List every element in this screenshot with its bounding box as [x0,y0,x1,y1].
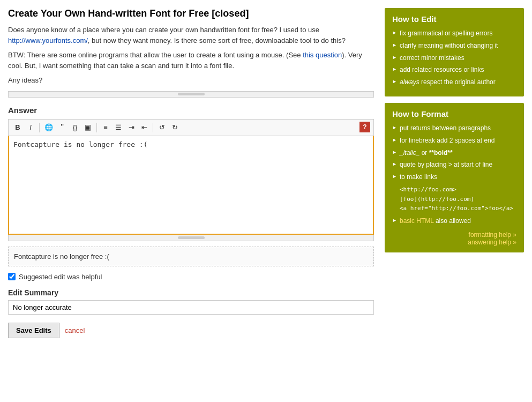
italic-example: _italic_ [400,149,419,157]
indent-button[interactable]: ⇥ [125,122,137,133]
helpful-checkbox-label[interactable]: Suggested edit was helpful [19,273,102,281]
answer-label: Answer [8,106,374,115]
edit-item-5: always respect the original author [392,78,516,87]
sidebar-links: formatting help » answering help » [392,231,516,246]
question-p1-text: Does anyone know of a place where you ca… [8,26,319,34]
how-to-edit-list: fix grammatical or spelling errors clari… [392,29,516,87]
undo-button[interactable]: ↺ [156,122,168,133]
format-item-2: for linebreak add 2 spaces at end [392,136,516,145]
bold-button[interactable]: B [12,122,24,133]
save-edits-button[interactable]: Save Edits [8,323,59,338]
toolbar-separator-2 [96,123,97,132]
how-to-format-list: put returns between paragraphs for lineb… [392,124,516,182]
help-button[interactable]: ? [359,122,370,132]
edit-summary-input[interactable] [8,300,374,315]
edit-item-1: fix grammatical or spelling errors [392,29,516,38]
formatting-help-link[interactable]: formatting help » [392,231,516,239]
preview-area: Fontcapture is no longer free :( [8,247,374,266]
toolbar-separator-1 [39,123,40,132]
question-p2-prefix: BTW: There are some online programs that… [8,51,303,59]
blockquote-button[interactable]: " [56,122,68,133]
image-button[interactable]: ▣ [82,122,94,133]
link-button[interactable]: 🌐 [42,122,55,133]
answering-help-link[interactable]: answering help » [392,239,516,246]
outdent-icon: ⇤ [141,123,147,131]
how-to-edit-title: How to Edit [392,14,516,24]
redo-button[interactable]: ↻ [169,122,181,133]
format-item-4: quote by placing > at start of line [392,160,516,169]
quote-icon: " [61,123,64,132]
image-icon: ▣ [85,123,91,131]
main-content: Create Your Own Hand-written Font for Fr… [8,8,374,338]
editor-content[interactable]: Fontcapture is no longer free :( [13,140,147,148]
code-icon: {} [73,123,78,131]
code-block: <http://foo.com> [foo](http://foo.com) <… [392,185,516,213]
bold-example: **bold** [429,149,453,157]
how-to-format-box: How to Format put returns between paragr… [385,103,524,252]
sidebar: How to Edit fix grammatical or spelling … [385,8,524,338]
ul-icon: ☰ [115,123,122,131]
indent-icon: ⇥ [129,123,134,131]
preview-content: Fontcapture is no longer free :( [14,252,109,260]
question-scrollbar[interactable] [8,91,374,98]
edit-item-4: add related resources or links [392,65,516,75]
code-line-3: <a href="http://foo.com">foo</a> [400,204,516,213]
editor-scrollbar[interactable] [8,235,374,241]
editor-toolbar: B I 🌐 " {} ▣ ≡ [8,119,374,136]
unordered-list-button[interactable]: ☰ [113,122,124,133]
page-title: Create Your Own Hand-written Font for Fr… [8,8,374,19]
ol-icon: ≡ [103,123,108,131]
edit-item-3: correct minor mistakes [392,54,516,63]
code-line-2: [foo](http://foo.com) [400,195,516,204]
how-to-edit-box: How to Edit fix grammatical or spelling … [385,8,524,96]
toolbar-separator-3 [153,123,153,132]
code-button[interactable]: {} [69,122,81,133]
question-p3: Any ideas? [8,76,42,84]
format-item-html: basic HTML also allowed [392,217,516,226]
how-to-format-title: How to Format [392,109,516,118]
format-extra-list: basic HTML also allowed [392,217,516,226]
helpful-checkbox[interactable] [8,273,16,280]
this-question-link[interactable]: this question [303,51,342,59]
redo-icon: ↻ [172,123,178,131]
answer-section: Answer B I 🌐 " {} ▣ [8,106,374,241]
editor-textarea[interactable]: Fontcapture is no longer free :( [8,136,374,235]
helpful-checkbox-row: Suggested edit was helpful [8,273,374,281]
always-italic: always [400,78,419,86]
format-item-5: to make links [392,173,516,182]
basic-html-link[interactable]: basic HTML [400,217,434,225]
code-line-1: <http://foo.com> [400,185,516,195]
ordered-list-button[interactable]: ≡ [100,122,111,133]
edit-item-2: clarify meaning without changing it [392,41,516,50]
outdent-button[interactable]: ⇤ [138,122,150,133]
question-p1b-text: , but now they want money. Is there some… [88,36,346,44]
undo-icon: ↺ [159,123,165,131]
format-item-3: _italic_ or **bold** [392,148,516,158]
italic-button[interactable]: I [25,122,36,133]
format-item-1: put returns between paragraphs [392,124,516,133]
button-row: Save Edits cancel [8,323,374,338]
globe-icon: 🌐 [44,123,53,131]
edit-summary-label: Edit Summary [8,288,374,297]
question-body: Does anyone know of a place where you ca… [8,25,374,86]
yourfonts-link[interactable]: http://www.yourfonts.com/ [8,36,88,44]
cancel-link[interactable]: cancel [65,326,85,334]
